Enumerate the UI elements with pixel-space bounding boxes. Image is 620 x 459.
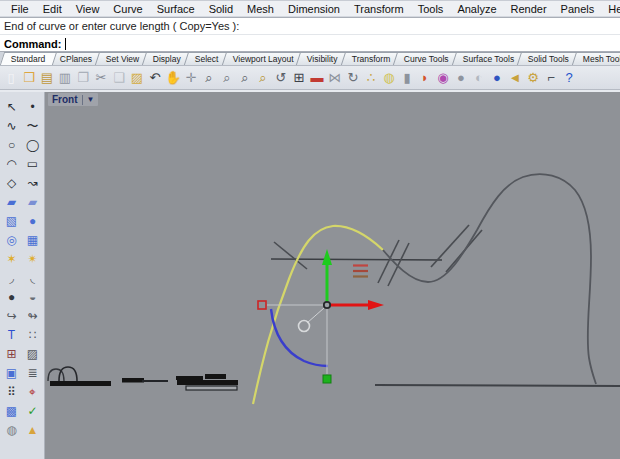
options-gears-icon[interactable]: ⚙ [524,68,542,87]
lock-icon[interactable]: ▮ [398,68,416,87]
hide-objects-icon[interactable]: ▣ [1,363,22,382]
rotate-circle-icon[interactable]: ↻ [344,68,362,87]
array-icon[interactable]: ⠿ [1,382,22,401]
viewport-canvas[interactable] [45,92,620,459]
control-point-curve-icon[interactable]: ∿ [1,116,22,135]
block-icon[interactable]: ⊞ [1,344,22,363]
zoom-dynamic-icon[interactable]: ⌕ [200,68,218,87]
polygon-icon[interactable]: ◇ [1,173,22,192]
paste-icon[interactable]: ▨ [128,68,146,87]
box-icon[interactable]: ▧ [1,211,22,230]
named-view-icon[interactable]: ▬ [308,68,326,87]
front-viewport[interactable]: Front ▼ [45,92,620,459]
menu-surface[interactable]: Surface [150,2,202,16]
hatch-tick-left[interactable] [274,242,307,269]
tab-viewport-layout[interactable]: Viewport Layout [221,52,304,65]
group-icon[interactable]: ▩ [1,401,22,420]
menu-solid[interactable]: Solid [202,2,240,16]
cone-icon[interactable]: ▲ [22,420,43,439]
menu-help[interactable]: Help [601,2,620,16]
zoom-window-icon[interactable]: ⌕ [218,68,236,87]
zoom-selected-icon[interactable]: ⌕ [236,68,254,87]
boolean-union-icon[interactable]: ● [1,287,22,306]
selection-filter-icon[interactable]: ⌐ [542,68,560,87]
surface-3pt-icon[interactable]: ▰ [1,192,22,211]
new-file-icon[interactable]: ▯ [2,68,20,87]
circle-icon[interactable]: ○ [1,135,22,154]
save-icon[interactable]: ▤ [38,68,56,87]
menu-edit[interactable]: Edit [36,2,69,16]
menu-curve[interactable]: Curve [106,2,149,16]
reference-drawing-2[interactable] [122,378,168,383]
menu-file[interactable]: File [4,2,36,16]
menu-render[interactable]: Render [504,2,554,16]
menu-view[interactable]: View [69,2,107,16]
ground-line[interactable] [375,385,620,386]
control-points-on-icon[interactable]: ∴ [362,68,380,87]
help-icon[interactable]: ? [560,68,578,87]
menu-dimension[interactable]: Dimension [281,2,347,16]
ellipse-icon[interactable]: ◯ [22,135,43,154]
menu-tools[interactable]: Tools [411,2,451,16]
pipe-icon[interactable]: ▦ [22,230,43,249]
gumball-red-scale-handle[interactable] [258,301,266,309]
tab-standard[interactable]: Standard [0,52,57,65]
arc-icon[interactable]: ◠ [1,154,22,173]
select-cursor-icon[interactable]: ↖ [1,97,22,116]
menu-transform[interactable]: Transform [347,2,411,16]
gumball-green-arrowhead[interactable] [322,249,332,265]
gumball-red-arrowhead[interactable] [368,300,384,310]
viewport-dropdown-icon[interactable]: ▼ [87,95,95,104]
pan-hand-icon[interactable]: ✋ [164,68,182,87]
explode-icon[interactable]: ✶ [1,249,22,268]
flag-icon[interactable]: ◄ [506,68,524,87]
menu-analyze[interactable]: Analyze [450,2,503,16]
duplicate-icon[interactable]: ❑ [110,68,128,87]
tab-surface-tools[interactable]: Surface Tools [452,52,526,65]
extend-curve-icon[interactable]: ↪ [1,306,22,325]
freeform-curve-icon[interactable]: ↝ [22,173,43,192]
gray-freeform-curve[interactable] [383,174,596,384]
move-view-icon[interactable]: ✛ [182,68,200,87]
tab-solid-tools[interactable]: Solid Tools [517,52,580,65]
chamfer-icon[interactable]: ◟ [22,268,43,287]
center-point-icon[interactable]: ⌖ [22,382,43,401]
rendered-viewport-icon[interactable]: ● [488,68,506,87]
hatch-tick-mid-2[interactable] [388,243,409,286]
link-icon[interactable]: ⋈ [326,68,344,87]
cut-icon[interactable]: ✂ [92,68,110,87]
zoom-extents-icon[interactable]: ⌕ [254,68,272,87]
reference-drawing-1[interactable] [48,367,111,386]
curve-interpolate-icon[interactable]: 〜 [22,116,43,135]
boolean-difference-icon[interactable]: ◒ [22,287,43,306]
gumball-center-knob[interactable] [324,302,330,308]
color-wheel-icon[interactable]: ◉ [434,68,452,87]
point-icon[interactable]: • [22,97,43,116]
offset-curve-icon[interactable]: ↬ [22,306,43,325]
undo-icon[interactable]: ↶ [146,68,164,87]
menu-mesh[interactable]: Mesh [240,2,281,16]
split-icon[interactable]: ✴ [22,249,43,268]
hatch-tick-mid-1[interactable] [378,240,399,283]
copy-page-icon[interactable]: ❐ [74,68,92,87]
hatch-tick-right-1[interactable] [431,225,469,267]
shaded-viewport-icon[interactable]: ● [452,68,470,87]
points-off-lightbulb-icon[interactable]: ◍ [380,68,398,87]
gumball-rotate-handle[interactable] [299,321,310,332]
rotate-view-icon[interactable]: ↺ [272,68,290,87]
blue-arc-curve[interactable] [271,309,328,366]
fillet-icon[interactable]: ◞ [1,268,22,287]
tab-curve-tools[interactable]: Curve Tools [393,52,460,65]
open-folder-icon[interactable]: ❒ [20,68,38,87]
torus-icon[interactable]: ◎ [1,230,22,249]
layers-icon[interactable]: ≣ [22,363,43,382]
text-icon[interactable]: T [1,325,22,344]
tab-mesh-tools[interactable]: Mesh Tools [572,52,620,65]
rectangle-icon[interactable]: ▭ [22,154,43,173]
point-cloud-icon[interactable]: ∷ [22,325,43,344]
gumball-green-scale-handle[interactable] [323,375,331,383]
cage-edit-icon[interactable]: ◍ [1,420,22,439]
reference-drawing-3[interactable] [176,374,238,390]
viewport-layout-icon[interactable]: ⊞ [290,68,308,87]
sphere-icon[interactable]: ● [22,211,43,230]
